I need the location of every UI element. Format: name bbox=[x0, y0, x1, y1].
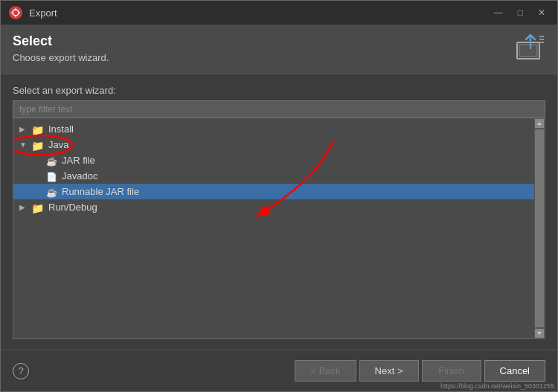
export-icon bbox=[516, 33, 545, 60]
folder-icon-java bbox=[31, 140, 45, 150]
back-button[interactable]: < Back bbox=[295, 360, 356, 382]
tree-item-java[interactable]: ▼ Java bbox=[13, 137, 534, 152]
tree-item-runnable-jar[interactable]: ▶ Runnable JAR file bbox=[13, 184, 534, 199]
expand-arrow-java: ▼ bbox=[19, 141, 31, 149]
file-icon-javadoc bbox=[46, 171, 58, 181]
tree-item-label-javadoc: Javadoc bbox=[62, 170, 97, 181]
finish-button[interactable]: Finish bbox=[422, 360, 481, 382]
expand-arrow-install: ▶ bbox=[19, 125, 31, 133]
expand-arrow-runnable: ▶ bbox=[34, 187, 46, 196]
title-bar: Export — □ ✕ bbox=[1, 1, 557, 25]
help-button[interactable]: ? bbox=[13, 363, 29, 379]
tree-item-rundebug[interactable]: ▶ Run/Debug bbox=[13, 199, 534, 215]
tree-item-label-runnable: Runnable JAR file bbox=[62, 186, 139, 197]
folder-icon-install bbox=[31, 124, 45, 135]
wizard-header: Select Choose export wizard. bbox=[1, 25, 557, 74]
next-button[interactable]: Next > bbox=[359, 360, 419, 382]
tree-item-label-rundebug: Run/Debug bbox=[48, 202, 97, 213]
tree-item-javadoc[interactable]: ▶ Javadoc bbox=[13, 168, 534, 184]
cancel-button[interactable]: Cancel bbox=[484, 360, 545, 382]
maximize-button[interactable]: □ bbox=[513, 7, 527, 19]
expand-arrow-rundebug: ▶ bbox=[19, 203, 31, 211]
scrollbar[interactable] bbox=[534, 118, 545, 338]
filter-input[interactable] bbox=[13, 100, 545, 118]
scroll-up[interactable] bbox=[535, 119, 544, 128]
export-window: Export — □ ✕ Select Choose export wizard… bbox=[0, 0, 558, 392]
file-icon-jar bbox=[46, 155, 58, 166]
expand-arrow-jar: ▶ bbox=[34, 156, 46, 164]
tree-container: ▶ Install ▼ Java ▶ bbox=[13, 118, 545, 339]
section-label: Select an export wizard: bbox=[13, 85, 545, 96]
tree-list[interactable]: ▶ Install ▼ Java ▶ bbox=[13, 118, 534, 338]
header-subtitle: Choose export wizard. bbox=[13, 52, 109, 63]
footer-buttons: < Back Next > Finish Cancel bbox=[295, 360, 545, 382]
close-button[interactable]: ✕ bbox=[533, 7, 550, 19]
tree-item-jar[interactable]: ▶ JAR file bbox=[13, 152, 534, 168]
tree-item-install[interactable]: ▶ Install bbox=[13, 121, 534, 137]
header-text: Select Choose export wizard. bbox=[13, 33, 109, 63]
minimize-button[interactable]: — bbox=[490, 7, 507, 19]
content-area: Select an export wizard: ▶ Install ▼ Jav… bbox=[1, 74, 557, 350]
window-controls: — □ ✕ bbox=[490, 7, 550, 19]
folder-icon-rundebug bbox=[31, 202, 45, 213]
file-icon-runnable bbox=[46, 187, 58, 197]
tree-item-label-jar: JAR file bbox=[62, 155, 95, 166]
scroll-thumb bbox=[535, 129, 544, 327]
watermark: https://blog.csdn.net/weixin_50301255 bbox=[440, 382, 554, 390]
tree-item-label-java: Java bbox=[48, 139, 68, 150]
window-title: Export bbox=[29, 7, 490, 19]
header-title: Select bbox=[13, 33, 109, 49]
app-icon bbox=[8, 5, 23, 20]
tree-item-label-install: Install bbox=[48, 123, 74, 135]
svg-rect-3 bbox=[519, 45, 537, 57]
svg-point-1 bbox=[13, 10, 19, 16]
expand-arrow-javadoc: ▶ bbox=[34, 172, 46, 180]
scroll-down[interactable] bbox=[535, 329, 544, 338]
